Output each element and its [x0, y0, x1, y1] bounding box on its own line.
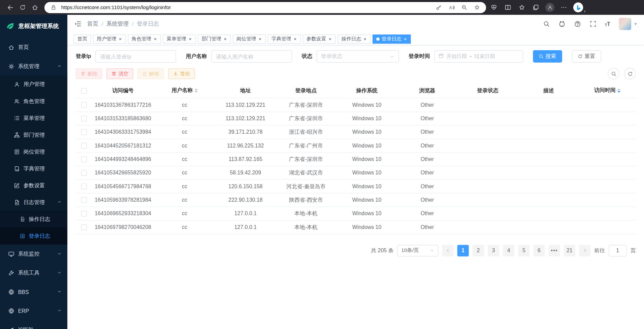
page-button-21[interactable]: 21 — [564, 245, 575, 256]
close-icon[interactable]: × — [328, 36, 332, 41]
page-size-select[interactable]: 10条/页 — [397, 245, 438, 256]
page-ellipsis[interactable]: ••• — [548, 245, 560, 256]
row-checkbox[interactable] — [81, 157, 87, 162]
split-screen-icon[interactable] — [502, 2, 514, 13]
url-text[interactable]: https://ccnetcore.com:1101/system/log/lo… — [61, 4, 431, 10]
row-checkbox[interactable] — [81, 129, 87, 135]
row-checkbox[interactable] — [81, 102, 87, 108]
sidebar-group-erp[interactable]: ERP — [0, 301, 67, 320]
collections-icon[interactable] — [530, 2, 542, 13]
sidebar-item-dict-management[interactable]: 字典管理 — [0, 160, 67, 177]
select-all-header[interactable] — [76, 83, 92, 98]
row-checkbox[interactable] — [81, 116, 87, 122]
row-checkbox[interactable] — [81, 224, 87, 230]
zoom-out-icon[interactable] — [459, 2, 469, 12]
row-checkbox[interactable] — [81, 143, 87, 149]
sidebar-item-login-log[interactable]: 登录日志 — [0, 228, 67, 244]
close-icon[interactable]: × — [118, 36, 122, 41]
read-aloud-icon[interactable]: A — [446, 2, 456, 12]
table-search-toggle-icon[interactable] — [608, 68, 619, 79]
page-button-3[interactable]: 3 — [488, 245, 499, 256]
goto-page-input[interactable] — [609, 245, 627, 256]
sort-icon[interactable] — [194, 87, 198, 94]
close-icon[interactable]: × — [188, 36, 192, 41]
sidebar-group-bbs[interactable]: BBS — [0, 282, 67, 301]
bing-copilot-icon[interactable] — [573, 2, 583, 12]
delete-button[interactable]: 删除 — [76, 68, 102, 79]
favorites-icon[interactable] — [516, 2, 528, 13]
password-key-icon[interactable] — [434, 2, 443, 12]
sidebar-group-system-monitor[interactable]: 系统监控 — [0, 244, 67, 263]
sidebar-item-operation-log[interactable]: 操作日志 — [0, 211, 67, 228]
next-page-button[interactable] — [579, 245, 591, 256]
github-icon[interactable] — [558, 20, 565, 27]
user-avatar-menu[interactable]: ▼ — [619, 18, 638, 30]
prev-page-button[interactable] — [442, 245, 454, 256]
breadcrumb-system-management[interactable]: 系统管理 — [106, 20, 129, 28]
browser-home-button[interactable] — [29, 2, 41, 13]
copilot-dropdown-caret-icon[interactable]: ▾ — [584, 9, 586, 15]
sidebar-item-home[interactable]: 首页 — [0, 38, 67, 57]
sidebar-item-param-settings[interactable]: 参数设置 — [0, 177, 67, 194]
tab-post-management[interactable]: 岗位管理× — [233, 34, 266, 43]
text-size-icon[interactable]: TT — [605, 21, 610, 27]
tab-home[interactable]: 首页 — [74, 34, 91, 43]
tab-login-log[interactable]: 登录日志× — [372, 34, 411, 43]
browser-back-button[interactable] — [4, 2, 16, 13]
date-range-picker[interactable]: 开始日期 - 结束日期 — [434, 50, 523, 63]
close-icon[interactable]: × — [293, 36, 297, 41]
tab-dept-management[interactable]: 部门管理× — [198, 34, 231, 43]
select-all-checkbox[interactable] — [81, 88, 87, 94]
clear-button[interactable]: 清空 — [107, 68, 133, 79]
close-icon[interactable]: × — [403, 36, 407, 41]
browser-menu-icon[interactable] — [558, 2, 570, 13]
site-info-lock-icon[interactable] — [48, 2, 58, 12]
page-button-1[interactable]: 1 — [457, 245, 469, 256]
sort-icon[interactable] — [617, 87, 621, 94]
close-icon[interactable]: × — [153, 36, 157, 41]
page-button-2[interactable]: 2 — [472, 245, 484, 256]
tab-menu-management[interactable]: 菜单管理× — [163, 34, 196, 43]
login-ip-input[interactable] — [95, 50, 176, 63]
close-icon[interactable]: × — [223, 36, 227, 41]
page-button-5[interactable]: 5 — [518, 245, 530, 256]
sidebar-group-log-management[interactable]: 日志管理 — [0, 194, 67, 211]
tab-param-settings[interactable]: 参数设置× — [303, 34, 336, 43]
page-button-4[interactable]: 4 — [503, 245, 514, 256]
app-logo[interactable]: 意框架管理系统 — [0, 15, 67, 38]
tab-user-management[interactable]: 用户管理× — [93, 34, 126, 43]
column-user-name[interactable]: 用户名称 — [154, 83, 215, 98]
sidebar-item-dept-management[interactable]: 部门管理 — [0, 126, 67, 143]
sidebar-item-user-management[interactable]: 用户管理 — [0, 76, 67, 93]
user-name-input[interactable] — [211, 50, 292, 63]
user-avatar[interactable] — [619, 18, 632, 30]
status-select[interactable]: 登录状态 — [317, 50, 399, 63]
row-checkbox[interactable] — [81, 184, 87, 189]
tab-operation-log[interactable]: 操作日志× — [338, 34, 371, 43]
browser-profile-avatar[interactable] — [544, 2, 556, 13]
browser-refresh-button[interactable] — [16, 2, 29, 13]
table-refresh-icon[interactable] — [624, 68, 636, 79]
column-visit-time[interactable]: 访问时间 — [579, 83, 636, 98]
unlock-button[interactable]: 解锁 — [137, 68, 164, 79]
header-search-icon[interactable] — [543, 21, 550, 27]
row-checkbox[interactable] — [81, 211, 87, 217]
tab-role-management[interactable]: 角色管理× — [128, 34, 161, 43]
sidebar-item-post-management[interactable]: 岗位管理 — [0, 143, 67, 160]
sidebar-group-system-tools[interactable]: 系统工具 — [0, 263, 67, 282]
reset-button[interactable]: 重置 — [572, 50, 601, 63]
breadcrumb-home[interactable]: 首页 — [87, 20, 98, 28]
fullscreen-icon[interactable] — [589, 21, 596, 27]
search-button[interactable]: 搜索 — [533, 50, 562, 63]
add-favorite-star-icon[interactable] — [472, 2, 482, 12]
close-icon[interactable]: × — [363, 36, 367, 41]
browser-essentials-icon[interactable] — [488, 2, 500, 13]
sidebar-fold-icon[interactable] — [74, 20, 81, 28]
sidebar-item-yi-framework[interactable]: Yi框架 — [0, 320, 67, 329]
close-icon[interactable]: × — [258, 36, 262, 41]
help-question-icon[interactable] — [574, 20, 581, 27]
address-bar[interactable]: https://ccnetcore.com:1101/system/log/lo… — [44, 2, 486, 13]
sidebar-item-role-management[interactable]: 角色管理 — [0, 93, 67, 109]
export-button[interactable]: 导出 — [168, 68, 195, 79]
row-checkbox[interactable] — [81, 197, 87, 203]
